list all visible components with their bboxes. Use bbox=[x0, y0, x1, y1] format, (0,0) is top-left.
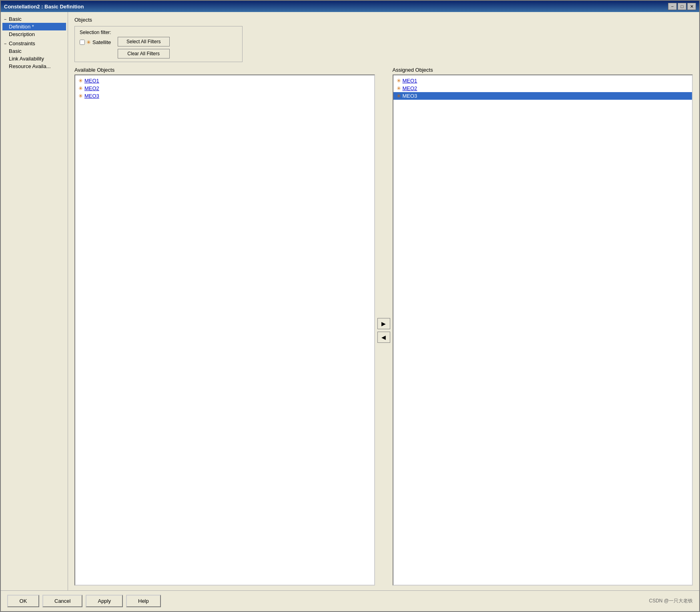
meo2-assigned-icon bbox=[397, 85, 401, 91]
available-objects-title: Available Objects bbox=[74, 67, 375, 73]
content-area: − Basic Definition * Description − Const… bbox=[1, 12, 699, 590]
definition-label: Definition * bbox=[9, 24, 34, 30]
satellite-filter-item: Satellite bbox=[80, 39, 111, 45]
objects-label: Objects bbox=[74, 17, 693, 23]
ok-button[interactable]: OK bbox=[7, 595, 39, 607]
assigned-meo1-label: MEO1 bbox=[403, 78, 417, 84]
basic-group-label: Basic bbox=[9, 16, 22, 22]
sidebar-item-definition[interactable]: Definition * bbox=[2, 23, 66, 30]
constraints-toggle: − bbox=[4, 41, 6, 46]
assigned-objects-column: Assigned Objects MEO1 MEO2 MEO3 bbox=[393, 67, 693, 586]
meo3-assigned-icon bbox=[397, 93, 401, 99]
available-meo2[interactable]: MEO2 bbox=[75, 85, 374, 92]
filter-left: Selection filter: Satellite bbox=[80, 30, 111, 45]
sidebar: − Basic Definition * Description − Const… bbox=[1, 12, 68, 590]
sidebar-group-basic[interactable]: − Basic bbox=[2, 15, 66, 23]
sidebar-item-description[interactable]: Description bbox=[2, 30, 66, 38]
selection-filter-box: Selection filter: Satellite Select All F… bbox=[74, 26, 243, 62]
available-meo3-label: MEO3 bbox=[84, 93, 99, 99]
available-meo2-label: MEO2 bbox=[84, 85, 99, 91]
select-all-filters-button[interactable]: Select All Filters bbox=[118, 37, 170, 46]
link-availability-label: Link Availability bbox=[9, 56, 44, 62]
transfer-column: ▶ ◀ bbox=[375, 75, 393, 586]
satellite-checkbox[interactable] bbox=[80, 40, 85, 45]
sidebar-item-basic[interactable]: Basic bbox=[2, 47, 66, 55]
constraints-group-label: Constraints bbox=[9, 40, 35, 46]
assigned-meo3[interactable]: MEO3 bbox=[393, 92, 692, 100]
assigned-meo1[interactable]: MEO1 bbox=[393, 77, 692, 85]
objects-panels: Available Objects MEO1 MEO2 MEO3 bbox=[74, 67, 693, 586]
selection-filter-label: Selection filter: bbox=[80, 30, 111, 35]
main-panel: Objects Selection filter: Satellite Sele… bbox=[68, 12, 699, 590]
filter-buttons: Select All Filters Clear All Filters bbox=[118, 37, 170, 58]
bottom-bar: OK Cancel Apply Help CSDN @一只大老铁 bbox=[1, 590, 699, 611]
basic-toggle: − bbox=[4, 17, 6, 22]
assigned-objects-list: MEO1 MEO2 MEO3 bbox=[393, 74, 693, 586]
sidebar-item-link-availability[interactable]: Link Availability bbox=[2, 55, 66, 62]
assigned-meo3-label: MEO3 bbox=[403, 93, 417, 99]
available-objects-list: MEO1 MEO2 MEO3 bbox=[74, 74, 375, 586]
remove-from-assigned-button[interactable]: ◀ bbox=[377, 332, 390, 343]
main-window: Constellation2 : Basic Definition − □ ✕ … bbox=[0, 0, 700, 612]
window-title: Constellation2 : Basic Definition bbox=[4, 4, 84, 10]
help-button[interactable]: Help bbox=[126, 595, 161, 607]
close-button[interactable]: ✕ bbox=[687, 3, 696, 10]
resource-availa-label: Resource Availa... bbox=[9, 63, 51, 69]
window-controls: − □ ✕ bbox=[668, 3, 696, 10]
available-meo1[interactable]: MEO1 bbox=[75, 77, 374, 85]
remove-arrow-icon: ◀ bbox=[381, 334, 386, 340]
add-arrow-icon: ▶ bbox=[381, 320, 386, 327]
meo1-assigned-icon bbox=[397, 78, 401, 84]
title-bar: Constellation2 : Basic Definition − □ ✕ bbox=[1, 1, 699, 12]
assigned-meo2-label: MEO2 bbox=[403, 85, 417, 91]
sidebar-item-resource-availa[interactable]: Resource Availa... bbox=[2, 62, 66, 70]
meo1-available-icon bbox=[78, 78, 83, 84]
minimize-button[interactable]: − bbox=[668, 3, 677, 10]
cancel-button[interactable]: Cancel bbox=[42, 595, 82, 607]
available-objects-column: Available Objects MEO1 MEO2 MEO3 bbox=[74, 67, 375, 586]
basic-constraints-label: Basic bbox=[9, 48, 22, 54]
watermark: CSDN @一只大老铁 bbox=[649, 598, 693, 604]
assigned-objects-title: Assigned Objects bbox=[393, 67, 693, 73]
dialog-buttons: OK Cancel Apply Help bbox=[7, 595, 161, 607]
clear-all-filters-button[interactable]: Clear All Filters bbox=[118, 49, 170, 58]
maximize-button[interactable]: □ bbox=[678, 3, 686, 10]
sidebar-group-constraints[interactable]: − Constraints bbox=[2, 40, 66, 47]
satellite-icon bbox=[86, 39, 91, 45]
description-label: Description bbox=[9, 31, 35, 37]
meo3-available-icon bbox=[78, 93, 83, 99]
available-meo3[interactable]: MEO3 bbox=[75, 92, 374, 100]
assigned-meo2[interactable]: MEO2 bbox=[393, 85, 692, 92]
satellite-filter-label[interactable]: Satellite bbox=[92, 39, 111, 45]
add-to-assigned-button[interactable]: ▶ bbox=[377, 318, 390, 329]
available-meo1-label: MEO1 bbox=[84, 78, 99, 84]
meo2-available-icon bbox=[78, 85, 83, 91]
apply-button[interactable]: Apply bbox=[86, 595, 123, 607]
